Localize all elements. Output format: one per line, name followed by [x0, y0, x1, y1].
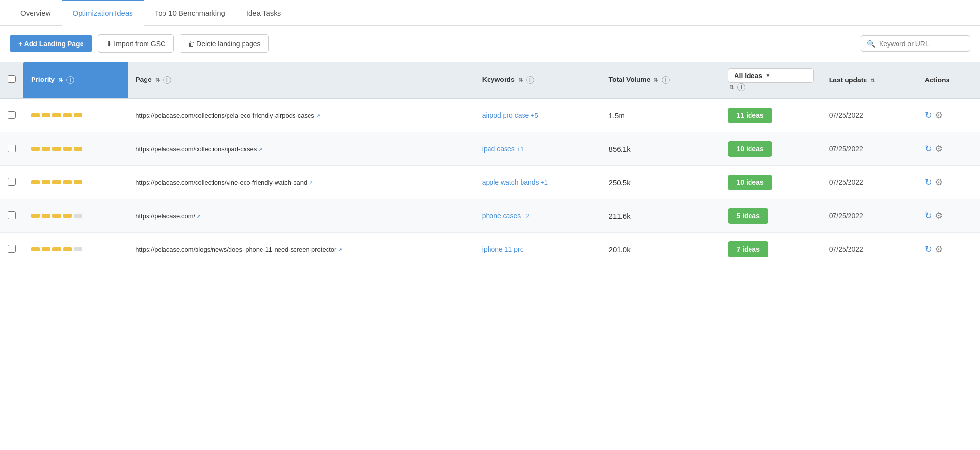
ideas-badge[interactable]: 10 ideas: [728, 175, 772, 190]
row-checkbox[interactable]: [8, 111, 16, 119]
header-page: Page ⇅ i: [128, 62, 474, 98]
volume-cell: 250.5k: [601, 166, 720, 199]
ideas-badge[interactable]: 5 ideas: [728, 208, 768, 224]
page-url-text: https://pelacase.com/collections/vine-ec…: [135, 179, 313, 186]
ideas-badge[interactable]: 10 ideas: [728, 141, 772, 157]
volume-value: 1.5m: [609, 112, 625, 120]
ideas-cell: 7 ideas: [720, 233, 821, 266]
ideas-badge[interactable]: 7 ideas: [728, 241, 768, 257]
refresh-button[interactable]: ↻: [925, 177, 932, 188]
priority-bar: [42, 214, 50, 218]
volume-info-icon[interactable]: i: [662, 76, 670, 84]
tab-overview[interactable]: Overview: [10, 1, 62, 25]
priority-cell: [23, 199, 128, 233]
lastupdate-sort-icon[interactable]: ⇅: [870, 78, 875, 83]
external-link-icon[interactable]: ↗: [258, 146, 262, 152]
add-landing-page-button[interactable]: + Add Landing Page: [10, 35, 92, 52]
keyword-link[interactable]: iphone 11 pro: [482, 245, 524, 253]
page-url-cell: https://pelacase.com/↗: [128, 199, 474, 233]
priority-cell: [23, 166, 128, 199]
page-sort-icon[interactable]: ⇅: [155, 77, 160, 83]
priority-bar: [42, 147, 50, 151]
keyword-link[interactable]: phone cases: [482, 212, 521, 220]
table-row: https://pelacase.com/blogs/news/does-iph…: [0, 233, 980, 266]
row-checkbox[interactable]: [8, 211, 16, 219]
ideas-sort-icon[interactable]: ⇅: [729, 84, 734, 90]
actions-cell: ↻⚙: [917, 132, 980, 166]
keyword-extra[interactable]: +1: [539, 179, 548, 186]
page-url-text: https://pelacase.com/collections/pela-ec…: [135, 112, 320, 119]
external-link-icon[interactable]: ↗: [316, 113, 320, 119]
select-all-checkbox[interactable]: [8, 75, 16, 83]
settings-button[interactable]: ⚙: [935, 244, 943, 255]
row-checkbox[interactable]: [8, 145, 16, 152]
actions-cell: ↻⚙: [917, 199, 980, 233]
ideas-filter-dropdown[interactable]: All Ideas ▼: [728, 68, 813, 83]
priority-bar: [74, 147, 82, 151]
date-cell: 07/25/2022: [821, 98, 917, 132]
refresh-button[interactable]: ↻: [925, 144, 932, 154]
priority-bar: [52, 214, 61, 218]
keyword-link[interactable]: ipad cases: [482, 145, 515, 153]
volume-cell: 201.0k: [601, 233, 720, 266]
ideas-info-icon[interactable]: i: [737, 83, 745, 91]
priority-bars: [31, 180, 120, 184]
keyword-link[interactable]: apple watch bands: [482, 178, 539, 186]
external-link-icon[interactable]: ↗: [309, 180, 313, 186]
external-link-icon[interactable]: ↗: [338, 247, 342, 253]
page-info-icon[interactable]: i: [163, 76, 171, 84]
table-row: https://pelacase.com/collections/pela-ec…: [0, 98, 980, 132]
settings-button[interactable]: ⚙: [935, 144, 943, 154]
priority-bar: [31, 180, 40, 184]
priority-bar: [31, 214, 40, 218]
keyword-extra[interactable]: +5: [529, 112, 538, 119]
header-ideas-filter: All Ideas ▼ ⇅ i: [720, 62, 821, 98]
priority-sort-icon[interactable]: ⇅: [58, 77, 63, 83]
actions-cell: ↻⚙: [917, 233, 980, 266]
priority-bar: [74, 113, 82, 117]
external-link-icon[interactable]: ↗: [196, 213, 201, 219]
main-table: Priority ⇅ i Page ⇅ i Keywords ⇅ i Total…: [0, 62, 980, 266]
keyword-extra[interactable]: +1: [515, 145, 523, 153]
ideas-badge[interactable]: 11 ideas: [728, 108, 772, 123]
priority-bar: [31, 113, 40, 117]
keyword-extra[interactable]: +2: [521, 212, 529, 220]
row-checkbox[interactable]: [8, 245, 16, 253]
priority-bar: [42, 247, 50, 251]
priority-cell: [23, 98, 128, 132]
delete-landing-pages-button[interactable]: 🗑 Delete landing pages: [180, 34, 268, 53]
row-checkbox[interactable]: [8, 178, 16, 186]
keywords-cell: airpod pro case +5: [474, 98, 601, 132]
actions-cell: ↻⚙: [917, 166, 980, 199]
volume-cell: 856.1k: [601, 132, 720, 166]
volume-sort-icon[interactable]: ⇅: [653, 77, 658, 83]
row-checkbox-cell: [0, 98, 23, 132]
refresh-button[interactable]: ↻: [925, 210, 932, 221]
settings-button[interactable]: ⚙: [935, 210, 943, 221]
header-keywords: Keywords ⇅ i: [474, 62, 601, 98]
ideas-cell: 10 ideas: [720, 166, 821, 199]
priority-info-icon[interactable]: i: [66, 76, 74, 84]
priority-bar: [52, 247, 61, 251]
keywords-sort-icon[interactable]: ⇅: [518, 77, 523, 83]
tab-idea-tasks[interactable]: Idea Tasks: [236, 1, 292, 25]
volume-cell: 1.5m: [601, 98, 720, 132]
priority-bar: [31, 147, 40, 151]
tab-top10[interactable]: Top 10 Benchmarking: [144, 1, 236, 25]
refresh-button[interactable]: ↻: [925, 244, 932, 255]
keyword-link[interactable]: airpod pro case: [482, 112, 529, 119]
keywords-info-icon[interactable]: i: [526, 76, 534, 84]
settings-button[interactable]: ⚙: [935, 177, 943, 188]
priority-bar: [63, 247, 72, 251]
ideas-cell: 5 ideas: [720, 199, 821, 233]
settings-button[interactable]: ⚙: [935, 110, 943, 121]
priority-bar: [63, 113, 72, 117]
page-url-cell: https://pelacase.com/blogs/news/does-iph…: [128, 233, 474, 266]
import-from-gsc-button[interactable]: ⬇ Import from GSC: [98, 34, 174, 53]
header-last-update: Last update ⇅: [821, 62, 917, 98]
keywords-cell: apple watch bands +1: [474, 166, 601, 199]
page-url-text: https://pelacase.com/collections/ipad-ca…: [135, 145, 262, 153]
tab-optimization-ideas[interactable]: Optimization Ideas: [62, 0, 144, 26]
refresh-button[interactable]: ↻: [925, 110, 932, 121]
search-input[interactable]: [879, 40, 964, 48]
